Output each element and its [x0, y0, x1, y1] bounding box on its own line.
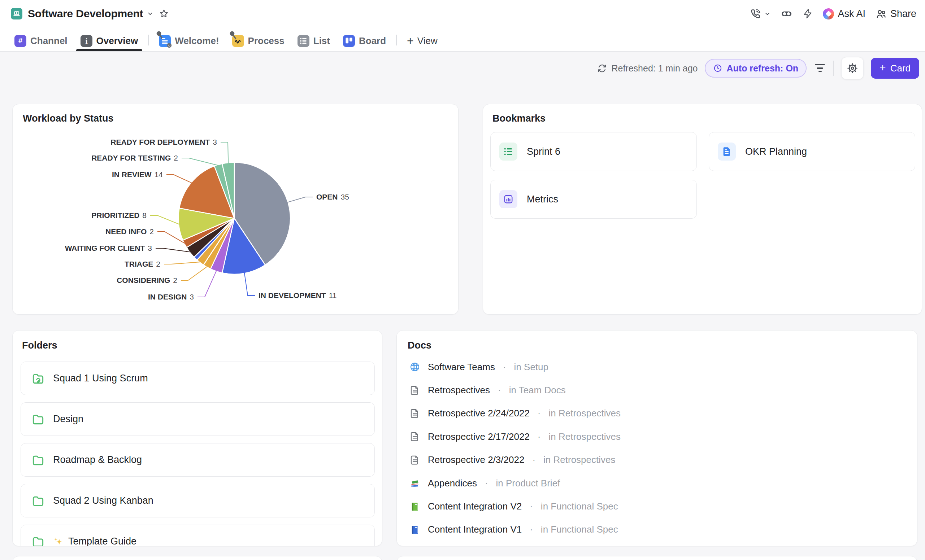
bookmark-icon-badge [499, 190, 517, 208]
tab-label: Welcome! [175, 35, 219, 47]
document-icon [722, 146, 732, 157]
folder-design[interactable]: Design [21, 402, 375, 436]
doc-retrospective-2-17-2022[interactable]: Retrospective 2/17/2022·in Retrospective… [409, 425, 906, 448]
add-view-label: View [417, 35, 438, 47]
top-header: Software Development [0, 0, 925, 52]
doc-retrospectives[interactable]: Retrospectives·in Team Docs [409, 378, 906, 402]
bookmark-label: OKR Planning [745, 146, 807, 157]
pie-leader-line [197, 270, 217, 297]
favorite-star-icon[interactable] [159, 9, 169, 19]
doc-separator: · [503, 362, 506, 373]
plus-icon: + [407, 35, 414, 47]
pie-leader-line [164, 262, 201, 264]
doc-name: Retrospective 2/17/2022 [428, 431, 530, 442]
hash-icon: # [14, 35, 26, 47]
card-title: Folders [22, 340, 57, 351]
doc-location: in Retrospectives [543, 454, 615, 465]
folder-squad-1-using-scrum[interactable]: Squad 1 Using Scrum [21, 362, 375, 395]
folder-label: Template Guide [53, 536, 137, 546]
chevron-down-icon[interactable] [146, 10, 154, 17]
refresh-status[interactable]: Refreshed: 1 min ago [597, 63, 698, 74]
doc-location: in Functional Spec [541, 501, 618, 512]
doc-icon [410, 455, 420, 465]
doc-separator: · [498, 384, 501, 396]
doc-name: Software Teams [428, 362, 495, 373]
list-bullets-icon [503, 146, 514, 157]
doc-content-integration-v2[interactable]: Content Integration V2·in Functional Spe… [409, 495, 906, 518]
doc-location: in Retrospectives [549, 408, 621, 419]
lightning-bolt-icon [803, 9, 813, 19]
folder-label: Squad 1 Using Scrum [53, 373, 148, 384]
info-icon: i [80, 35, 92, 47]
folder-template-guide[interactable]: Template Guide [21, 525, 375, 546]
phone-icon [750, 8, 761, 19]
pie-leader-line [288, 197, 313, 203]
folder-label: Roadmap & Backlog [53, 454, 142, 465]
tab-label: Board [359, 35, 386, 47]
ai-flower-icon [823, 8, 834, 20]
next-card-partial [12, 556, 382, 560]
tab-process[interactable]: Process [227, 30, 289, 51]
doc-separator: · [538, 408, 541, 419]
auto-refresh-toggle[interactable]: Auto refresh: On [705, 59, 807, 78]
pushpin-icon [230, 31, 235, 39]
pushpin-icon [157, 31, 163, 39]
pie-leader-line [181, 266, 207, 280]
view-tabs-bar: #ChanneliOverviewWelcome!ProcessListBoar… [9, 30, 443, 51]
bar-chart-icon [503, 194, 514, 204]
pie-label: TRIAGE2 [125, 260, 160, 268]
automations-button[interactable] [803, 9, 813, 19]
sparkles-icon [53, 536, 64, 546]
settings-button[interactable] [841, 57, 864, 80]
folder-roadmap-backlog[interactable]: Roadmap & Backlog [21, 443, 375, 477]
blue-book-icon [410, 524, 420, 535]
add-card-button[interactable]: + Card [871, 58, 919, 79]
header-actions: Ask AI Share [750, 8, 916, 20]
folders-card: Folders Squad 1 Using ScrumDesignRoadmap… [12, 330, 382, 546]
tab-board[interactable]: Board [338, 30, 391, 51]
ask-ai-button[interactable]: Ask AI [823, 8, 865, 20]
list-icon [297, 35, 309, 47]
doc-separator: · [530, 501, 533, 512]
doc-appendices[interactable]: Appendices·in Product Brief [409, 471, 906, 495]
workspace-avatar-icon[interactable] [11, 8, 23, 20]
workload-pie-chart: OPEN35IN DEVELOPMENT11IN DESIGN3CONSIDER… [13, 104, 458, 315]
bookmark-sprint-6[interactable]: Sprint 6 [490, 132, 697, 171]
doc-retrospective-2-24-2022[interactable]: Retrospective 2/24/2022·in Retrospective… [409, 402, 906, 425]
toolbar-divider [833, 61, 834, 76]
gear-icon [847, 62, 858, 74]
filter-icon[interactable] [814, 62, 826, 75]
share-button[interactable]: Share [875, 8, 916, 20]
focus-mode-button[interactable] [780, 8, 792, 20]
bookmark-metrics[interactable]: Metrics [490, 180, 697, 219]
doc-separator: · [530, 524, 533, 535]
bookmark-okr-planning[interactable]: OKR Planning [709, 132, 915, 171]
doc-icon [410, 408, 420, 419]
doc-icon [410, 431, 420, 442]
pie-label: READY FOR TESTING2 [91, 154, 178, 162]
workspace-title[interactable]: Software Development [28, 8, 143, 20]
doc-content-integration-v1[interactable]: Content Integration V1·in Functional Spe… [409, 518, 906, 541]
doc-retrospective-2-3-2022[interactable]: Retrospective 2/3/2022·in Retrospectives [409, 449, 906, 471]
mask-icon [780, 8, 792, 20]
tab-channel[interactable]: #Channel [9, 30, 72, 51]
tab-welcome[interactable]: Welcome! [154, 30, 224, 51]
doc-software-teams[interactable]: Software Teams·in Setup [409, 356, 906, 378]
folder-squad-2-using-kanban[interactable]: Squad 2 Using Kanban [21, 484, 375, 517]
bookmark-label: Sprint 6 [527, 146, 560, 157]
tab-overview[interactable]: iOverview [75, 30, 143, 51]
board-icon [343, 35, 355, 47]
doc-pinned-icon [159, 35, 171, 47]
doc-location: in Product Brief [496, 478, 560, 489]
card-title: Bookmarks [493, 113, 545, 124]
tab-divider [396, 35, 397, 45]
tab-divider [148, 35, 149, 45]
pie-leader-line [182, 158, 218, 166]
doc-separator: · [485, 478, 488, 489]
tab-list[interactable]: List [292, 30, 335, 51]
pie-leader-line [150, 215, 179, 224]
tab-label: List [313, 35, 330, 47]
add-view-button[interactable]: +View [402, 30, 443, 51]
doc-name: Retrospective 2/24/2022 [428, 408, 530, 419]
call-button[interactable] [750, 8, 770, 19]
